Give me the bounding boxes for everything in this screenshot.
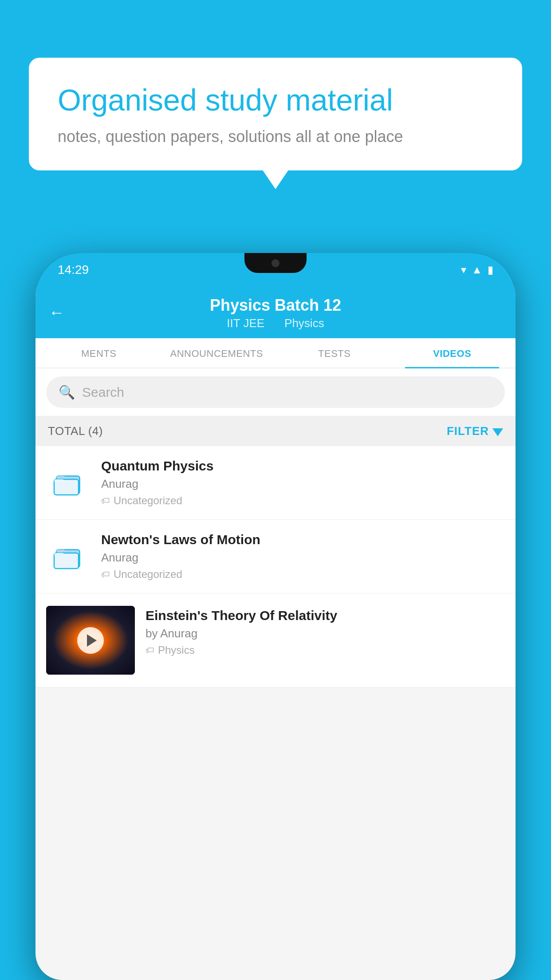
filter-bar: TOTAL (4) FILTER [35,416,516,446]
search-icon: 🔍 [59,384,75,400]
subtitle-part1: IIT JEE [227,316,264,330]
video-tag: 🏷 Uncategorized [101,568,505,581]
status-icons: ▾ ▲ ▮ [461,264,493,276]
signal-icon: ▲ [472,264,482,276]
phone-frame: 14:29 ▾ ▲ ▮ ← Physics Batch 12 IIT JEE P… [35,253,516,980]
list-item[interactable]: Quantum Physics Anurag 🏷 Uncategorized [35,446,516,520]
filter-icon [492,428,503,436]
tab-ments[interactable]: MENTS [40,338,158,368]
svg-rect-3 [54,553,79,569]
list-item[interactable]: Newton's Laws of Motion Anurag 🏷 Uncateg… [35,520,516,593]
header-title: Physics Batch 12 [49,296,502,315]
video-author: Anurag [101,477,505,491]
video-title: Einstein's Theory Of Relativity [146,608,505,623]
play-button[interactable] [77,627,104,654]
speech-bubble-container: Organised study material notes, question… [29,58,522,170]
tag-icon: 🏷 [101,496,110,506]
search-input-wrap[interactable]: 🔍 Search [46,376,505,408]
video-author: by Anurag [146,627,505,640]
play-icon [87,634,97,647]
video-info: Einstein's Theory Of Relativity by Anura… [146,606,505,656]
folder-icon [46,537,91,577]
video-list: Quantum Physics Anurag 🏷 Uncategorized [35,446,516,688]
tab-announcements[interactable]: ANNOUNCEMENTS [158,338,276,368]
video-tag: 🏷 Physics [146,644,505,656]
back-button[interactable]: ← [49,303,65,322]
search-placeholder: Search [82,385,124,400]
app-header: ← Physics Batch 12 IIT JEE Physics [35,286,516,338]
video-info: Newton's Laws of Motion Anurag 🏷 Uncateg… [101,532,505,581]
header-subtitle: IIT JEE Physics [49,316,502,330]
speech-bubble-title: Organised study material [58,82,493,119]
video-thumbnail [46,606,135,675]
speech-bubble-subtitle: notes, question papers, solutions all at… [58,127,493,146]
tag-icon: 🏷 [101,569,110,580]
speech-bubble: Organised study material notes, question… [29,58,522,170]
battery-icon: ▮ [488,264,493,276]
phone-screen: ← Physics Batch 12 IIT JEE Physics MENTS… [35,286,516,980]
status-bar: 14:29 ▾ ▲ ▮ [35,253,516,286]
camera-dot [272,259,279,267]
svg-rect-1 [54,479,79,495]
video-author: Anurag [101,551,505,565]
video-info: Quantum Physics Anurag 🏷 Uncategorized [101,458,505,507]
status-time: 14:29 [58,263,89,277]
wifi-icon: ▾ [461,264,466,276]
search-container: 🔍 Search [35,368,516,416]
tab-tests[interactable]: TESTS [276,338,394,368]
list-item[interactable]: Einstein's Theory Of Relativity by Anura… [35,593,516,688]
video-title: Quantum Physics [101,458,505,474]
filter-button[interactable]: FILTER [447,424,503,438]
folder-icon [46,463,91,503]
total-count: TOTAL (4) [48,424,103,438]
tabs-bar: MENTS ANNOUNCEMENTS TESTS VIDEOS [35,338,516,368]
notch [244,253,307,273]
tab-videos[interactable]: VIDEOS [394,338,512,368]
video-tag: 🏷 Uncategorized [101,494,505,507]
subtitle-part2: Physics [284,316,324,330]
tag-icon: 🏷 [146,645,154,656]
video-title: Newton's Laws of Motion [101,532,505,547]
